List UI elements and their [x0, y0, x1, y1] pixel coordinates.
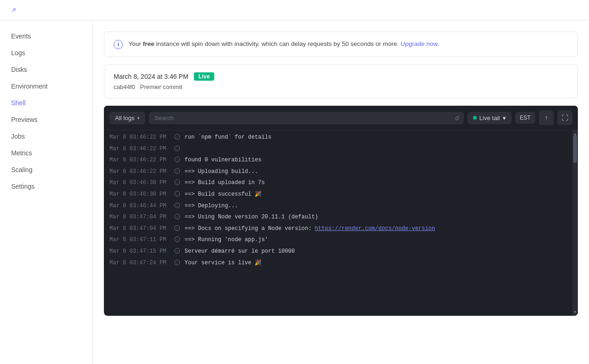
log-info-icon: i	[174, 225, 180, 234]
live-badge: Live	[194, 72, 214, 81]
external-link-icon: ↗	[11, 6, 16, 13]
svg-text:i: i	[177, 215, 178, 219]
sidebar-item-previews[interactable]: Previews	[0, 111, 92, 128]
log-body: Mar 8 03:46:22 PMirun `npm fund` for det…	[104, 130, 578, 316]
log-message: ==> Docs on specifying a Node version: h…	[185, 224, 435, 233]
log-message: ==> Build uploaded in 7s	[185, 179, 265, 187]
sidebar-item-events[interactable]: Events	[0, 28, 92, 45]
table-row: Mar 8 03:47:04 PMi==> Using Node version…	[104, 212, 578, 224]
live-tail-button[interactable]: Live tail ▾	[467, 112, 512, 124]
log-panel: All logs ▾ ☌ Live tail ▾ EST ↑ ⛶	[104, 106, 578, 316]
log-info-icon: i	[174, 168, 180, 177]
svg-text:i: i	[177, 238, 178, 242]
svg-text:i: i	[177, 192, 178, 196]
live-tail-label: Live tail	[480, 115, 500, 121]
main-layout: EventsLogsDisksEnvironmentShellPreviewsJ…	[0, 20, 589, 364]
timezone-button[interactable]: EST	[515, 112, 535, 124]
log-outer: Mar 8 03:46:22 PMirun `npm fund` for det…	[104, 130, 578, 316]
info-banner: i Your free instance will spin down with…	[104, 32, 578, 57]
deploy-header: March 8, 2024 at 3:46 PM Live	[114, 72, 568, 81]
log-timestamp: Mar 8 03:46:22 PM	[109, 133, 170, 142]
log-timestamp: Mar 8 03:47:24 PM	[109, 259, 170, 268]
log-message: Serveur démarré sur le port 10000	[185, 247, 295, 256]
svg-text:i: i	[177, 227, 178, 230]
log-timestamp: Mar 8 03:47:11 PM	[109, 236, 170, 244]
banner-text: Your free instance will spin down with i…	[128, 39, 439, 49]
svg-text:i: i	[177, 204, 178, 208]
table-row: Mar 8 03:46:22 PMi==> Uploading build...	[104, 166, 578, 178]
log-message: ==> Uploading build...	[185, 167, 258, 176]
log-timestamp: Mar 8 03:46:30 PM	[109, 179, 170, 187]
table-row: Mar 8 03:46:22 PMi	[104, 144, 578, 155]
deploy-commit: cab44f0 Premier commit	[114, 83, 568, 90]
log-info-icon: i	[174, 248, 180, 257]
chevron-down-icon: ▾	[137, 115, 140, 121]
sidebar-item-settings[interactable]: Settings	[0, 178, 92, 195]
svg-text:i: i	[177, 261, 178, 265]
table-row: Mar 8 03:47:11 PMi==> Running 'node app.…	[104, 235, 578, 246]
log-message: run `npm fund` for details	[185, 133, 271, 142]
log-timestamp: Mar 8 03:47:04 PM	[109, 213, 170, 222]
commit-hash: cab44f0	[114, 83, 135, 90]
log-info-icon: i	[174, 203, 180, 211]
table-row: Mar 8 03:46:22 PMifound 0 vulnerabilitie…	[104, 155, 578, 166]
svg-text:i: i	[177, 158, 178, 162]
sidebar-item-jobs[interactable]: Jobs	[0, 128, 92, 145]
live-chevron-icon: ▾	[503, 115, 506, 121]
table-row: Mar 8 03:46:44 PMi==> Deploying...	[104, 201, 578, 212]
log-filter-button[interactable]: All logs ▾	[109, 112, 145, 124]
scroll-thumb[interactable]	[573, 135, 577, 163]
table-row: Mar 8 03:47:04 PMi==> Docs on specifying…	[104, 224, 578, 235]
live-dot	[473, 116, 477, 120]
log-info-icon: i	[174, 236, 180, 245]
log-message: found 0 vulnerabilities	[185, 156, 262, 165]
sidebar-item-shell[interactable]: Shell	[0, 95, 92, 111]
log-link[interactable]: https://render.com/docs/node-version	[315, 225, 435, 232]
expand-button[interactable]: ⛶	[557, 110, 572, 125]
table-row: Mar 8 03:46:22 PMirun `npm fund` for det…	[104, 132, 578, 144]
sidebar-item-scaling[interactable]: Scaling	[0, 161, 92, 178]
log-timestamp: Mar 8 03:47:04 PM	[109, 224, 170, 233]
log-message: ==> Running 'node app.js'	[185, 236, 268, 244]
log-timestamp: Mar 8 03:46:22 PM	[109, 167, 170, 176]
scroll-up-button[interactable]: ↑	[539, 110, 554, 125]
log-info-icon: i	[174, 157, 180, 166]
table-row: Mar 8 03:47:24 PMiYour service is live 🎉	[104, 258, 578, 269]
sidebar-item-logs[interactable]: Logs	[0, 45, 92, 61]
svg-text:i: i	[177, 170, 178, 173]
log-timestamp: Mar 8 03:46:22 PM	[109, 156, 170, 165]
info-icon: i	[114, 40, 123, 49]
deploy-time: March 8, 2024 at 3:46 PM	[114, 73, 188, 80]
main-content: i Your free instance will spin down with…	[93, 20, 589, 364]
sidebar-item-environment[interactable]: Environment	[0, 78, 92, 95]
scroll-down-track-button[interactable]: ▼	[572, 308, 578, 316]
log-info-icon: i	[174, 146, 180, 154]
commit-message: Premier commit	[140, 83, 182, 90]
deploy-card: March 8, 2024 at 3:46 PM Live cab44f0 Pr…	[104, 64, 578, 98]
sidebar-item-disks[interactable]: Disks	[0, 61, 92, 78]
scroll-track: ▲ ▼	[572, 130, 578, 316]
log-info-icon: i	[174, 191, 180, 200]
top-bar: ↗	[0, 0, 589, 20]
log-filter-label: All logs	[115, 115, 134, 121]
log-timestamp: Mar 8 03:47:15 PM	[109, 247, 170, 256]
upgrade-link[interactable]: Upgrade now.	[401, 40, 439, 47]
svg-text:i: i	[177, 181, 178, 185]
log-timestamp: Mar 8 03:46:30 PM	[109, 190, 170, 199]
sidebar: EventsLogsDisksEnvironmentShellPreviewsJ…	[0, 20, 93, 364]
log-message: ==> Deploying...	[185, 202, 238, 211]
sidebar-item-metrics[interactable]: Metrics	[0, 145, 92, 161]
log-search-wrap: ☌	[149, 112, 464, 124]
table-row: Mar 8 03:46:30 PMi==> Build successful 🎉	[104, 189, 578, 201]
svg-text:i: i	[177, 147, 178, 151]
log-toolbar: All logs ▾ ☌ Live tail ▾ EST ↑ ⛶	[104, 106, 578, 130]
log-search-input[interactable]	[149, 112, 464, 124]
search-icon-button[interactable]: ☌	[455, 114, 459, 121]
log-timestamp: Mar 8 03:46:44 PM	[109, 202, 170, 211]
log-info-icon: i	[174, 134, 180, 143]
log-message: ==> Build successful 🎉	[185, 190, 262, 199]
log-message: Your service is live 🎉	[185, 259, 262, 268]
svg-text:i: i	[177, 249, 178, 253]
log-timestamp: Mar 8 03:46:22 PM	[109, 145, 170, 153]
log-info-icon: i	[174, 260, 180, 268]
